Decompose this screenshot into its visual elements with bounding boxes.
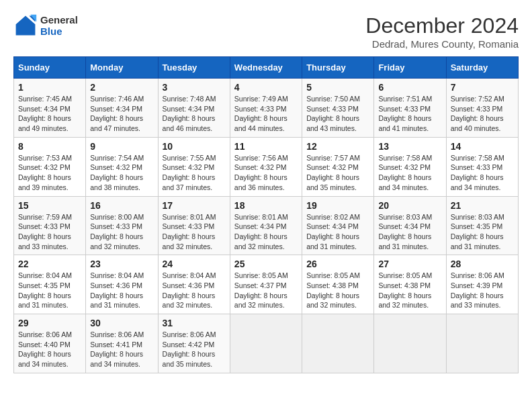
calendar-day-1: 1Sunrise: 7:45 AMSunset: 4:34 PMDaylight… xyxy=(14,79,86,138)
calendar-day-13: 13Sunrise: 7:58 AMSunset: 4:32 PMDayligh… xyxy=(374,137,446,196)
logo-text: General Blue xyxy=(40,14,78,37)
weekday-header-thursday: Thursday xyxy=(302,57,374,79)
weekday-header-row: SundayMondayTuesdayWednesdayThursdayFrid… xyxy=(14,57,519,79)
logo: General Blue xyxy=(13,13,78,38)
weekday-header-tuesday: Tuesday xyxy=(158,57,230,79)
empty-cell xyxy=(374,314,446,373)
calendar-day-14: 14Sunrise: 7:58 AMSunset: 4:33 PMDayligh… xyxy=(446,137,518,196)
calendar-body: 1Sunrise: 7:45 AMSunset: 4:34 PMDaylight… xyxy=(14,79,519,373)
calendar-day-27: 27Sunrise: 8:05 AMSunset: 4:38 PMDayligh… xyxy=(374,255,446,314)
calendar-day-20: 20Sunrise: 8:03 AMSunset: 4:34 PMDayligh… xyxy=(374,196,446,255)
calendar-day-24: 24Sunrise: 8:04 AMSunset: 4:36 PMDayligh… xyxy=(158,255,230,314)
empty-cell xyxy=(230,314,302,373)
calendar-day-12: 12Sunrise: 7:57 AMSunset: 4:32 PMDayligh… xyxy=(302,137,374,196)
calendar-week-0: 1Sunrise: 7:45 AMSunset: 4:34 PMDaylight… xyxy=(14,79,519,138)
logo-icon xyxy=(13,13,38,38)
title-block: December 2024 Dedrad, Mures County, Roma… xyxy=(365,13,519,50)
weekday-header-friday: Friday xyxy=(374,57,446,79)
calendar-day-3: 3Sunrise: 7:48 AMSunset: 4:34 PMDaylight… xyxy=(158,79,230,138)
calendar-day-2: 2Sunrise: 7:46 AMSunset: 4:34 PMDaylight… xyxy=(86,79,158,138)
calendar-day-5: 5Sunrise: 7:50 AMSunset: 4:33 PMDaylight… xyxy=(302,79,374,138)
calendar-day-11: 11Sunrise: 7:56 AMSunset: 4:32 PMDayligh… xyxy=(230,137,302,196)
calendar-day-18: 18Sunrise: 8:01 AMSunset: 4:34 PMDayligh… xyxy=(230,196,302,255)
calendar-day-25: 25Sunrise: 8:05 AMSunset: 4:37 PMDayligh… xyxy=(230,255,302,314)
weekday-header-saturday: Saturday xyxy=(446,57,518,79)
calendar-day-19: 19Sunrise: 8:02 AMSunset: 4:34 PMDayligh… xyxy=(302,196,374,255)
page-header: General Blue December 2024 Dedrad, Mures… xyxy=(13,13,519,50)
calendar-day-15: 15Sunrise: 7:59 AMSunset: 4:33 PMDayligh… xyxy=(14,196,86,255)
weekday-header-monday: Monday xyxy=(86,57,158,79)
calendar-day-21: 21Sunrise: 8:03 AMSunset: 4:35 PMDayligh… xyxy=(446,196,518,255)
calendar-week-3: 22Sunrise: 8:04 AMSunset: 4:35 PMDayligh… xyxy=(14,255,519,314)
calendar-day-16: 16Sunrise: 8:00 AMSunset: 4:33 PMDayligh… xyxy=(86,196,158,255)
empty-cell xyxy=(446,314,518,373)
calendar-table: SundayMondayTuesdayWednesdayThursdayFrid… xyxy=(13,56,519,373)
calendar-day-17: 17Sunrise: 8:01 AMSunset: 4:33 PMDayligh… xyxy=(158,196,230,255)
calendar-day-8: 8Sunrise: 7:53 AMSunset: 4:32 PMDaylight… xyxy=(14,137,86,196)
location: Dedrad, Mures County, Romania xyxy=(365,38,519,50)
calendar-day-7: 7Sunrise: 7:52 AMSunset: 4:33 PMDaylight… xyxy=(446,79,518,138)
calendar-day-10: 10Sunrise: 7:55 AMSunset: 4:32 PMDayligh… xyxy=(158,137,230,196)
svg-marker-2 xyxy=(30,15,36,22)
calendar-day-4: 4Sunrise: 7:49 AMSunset: 4:33 PMDaylight… xyxy=(230,79,302,138)
calendar-day-22: 22Sunrise: 8:04 AMSunset: 4:35 PMDayligh… xyxy=(14,255,86,314)
calendar-day-30: 30Sunrise: 8:06 AMSunset: 4:41 PMDayligh… xyxy=(86,314,158,373)
month-title: December 2024 xyxy=(365,13,519,38)
weekday-header-wednesday: Wednesday xyxy=(230,57,302,79)
calendar-week-4: 29Sunrise: 8:06 AMSunset: 4:40 PMDayligh… xyxy=(14,314,519,373)
calendar-week-1: 8Sunrise: 7:53 AMSunset: 4:32 PMDaylight… xyxy=(14,137,519,196)
calendar-day-23: 23Sunrise: 8:04 AMSunset: 4:36 PMDayligh… xyxy=(86,255,158,314)
calendar-day-9: 9Sunrise: 7:54 AMSunset: 4:32 PMDaylight… xyxy=(86,137,158,196)
calendar-day-28: 28Sunrise: 8:06 AMSunset: 4:39 PMDayligh… xyxy=(446,255,518,314)
calendar-header: SundayMondayTuesdayWednesdayThursdayFrid… xyxy=(14,57,519,79)
calendar-day-6: 6Sunrise: 7:51 AMSunset: 4:33 PMDaylight… xyxy=(374,79,446,138)
calendar-day-31: 31Sunrise: 8:06 AMSunset: 4:42 PMDayligh… xyxy=(158,314,230,373)
calendar-week-2: 15Sunrise: 7:59 AMSunset: 4:33 PMDayligh… xyxy=(14,196,519,255)
empty-cell xyxy=(302,314,374,373)
weekday-header-sunday: Sunday xyxy=(14,57,86,79)
calendar-day-29: 29Sunrise: 8:06 AMSunset: 4:40 PMDayligh… xyxy=(14,314,86,373)
calendar-day-26: 26Sunrise: 8:05 AMSunset: 4:38 PMDayligh… xyxy=(302,255,374,314)
